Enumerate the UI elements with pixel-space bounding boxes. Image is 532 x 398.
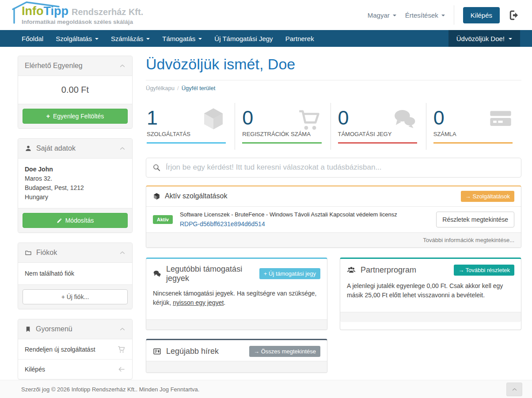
affiliate-panel: Partnerprogram → További részletek A jel… (340, 258, 521, 330)
service-license-link[interactable]: RDPG-d56bff6231e894d6d514 (180, 220, 265, 227)
stat-tile-tickets[interactable]: 0 TÁMOGATÁSI JEGY (331, 103, 426, 150)
chevron-up-icon (512, 387, 517, 392)
breadcrumb-separator: / (177, 85, 179, 91)
quickmenu-panel-header[interactable]: Gyorsmenü (18, 319, 132, 339)
chat-icon (392, 106, 417, 131)
content-area: Elérhető Egyenleg 0.00 Ft +Egyenleg Felt… (0, 47, 532, 389)
balance-panel-footer: +Egyenleg Feltöltés (18, 104, 132, 128)
breadcrumb-home[interactable]: Ügyfélkapu (146, 85, 175, 91)
header-divider (454, 5, 454, 25)
navbar-spacer (320, 30, 448, 47)
address-line: Hungary (25, 193, 125, 202)
page-footer: Szerzői jog © 2026 Infotipp Rendszerház … (0, 380, 532, 398)
folder-icon (25, 249, 32, 256)
quickmenu-panel-title: Gyorsmenü (36, 325, 72, 333)
logo-company: Rendszerház Kft. (72, 7, 143, 17)
affiliate-title: Partnerprogram (361, 265, 416, 275)
chevron-up-icon[interactable] (119, 326, 125, 332)
profile-panel-title: Saját adatok (36, 144, 76, 152)
company-logo[interactable]: InfoTippRendszerház Kft. Informatikai me… (15, 5, 143, 25)
credit-card-icon (489, 106, 513, 130)
accounts-panel: Fiókok Nem található fiók + Új fiók... (18, 243, 133, 309)
quickmenu-panel: Gyorsmenü Rendeljen új szolgáltatást Kil… (18, 319, 133, 379)
service-description: Software Licenszek - BruteFence - Window… (180, 211, 429, 218)
view-details-button[interactable]: Részletek megtekintése (436, 212, 514, 227)
quickmenu-item-logout[interactable]: Kilépés (18, 359, 132, 379)
chevron-up-icon[interactable] (119, 145, 125, 152)
main-column: Üdvözöljük ismét, Doe Ügyfélkapu/Ügyfél … (146, 56, 521, 389)
scroll-to-top-button[interactable] (506, 383, 522, 396)
accounts-panel-header[interactable]: Fiókok (18, 243, 132, 263)
address-line: Maros 32. (25, 174, 125, 183)
balance-amount: 0.00 Ft (18, 76, 132, 104)
profile-panel-header[interactable]: Saját adatok (18, 139, 132, 159)
logout-exit-icon[interactable] (509, 9, 521, 21)
stat-underline (433, 142, 513, 144)
new-account-button[interactable]: + Új fiók... (23, 289, 128, 304)
stat-tile-invoices[interactable]: 0 SZÁMLA (426, 103, 521, 150)
recent-tickets-text: Nincsenek támogatási jegyek. Ha segítség… (146, 287, 327, 319)
nav-item-szamlazas[interactable]: Számlázás (105, 30, 156, 47)
profile-panel-footer: Módosítás (18, 208, 132, 232)
active-services-header: Aktív szolgáltatások → Szolgáltatások (146, 186, 521, 206)
news-panel: Legújabb hírek → Összes megtekintése (146, 339, 327, 373)
service-row: Aktív Software Licenszek - BruteFence - … (146, 206, 521, 232)
chevron-down-icon (146, 38, 150, 40)
nav-item-szolgaltatas[interactable]: Szolgáltatás (49, 30, 105, 47)
chevron-up-icon[interactable] (119, 63, 125, 69)
balance-panel-title: Elérhető Egyenleg (25, 62, 83, 70)
user-icon (25, 145, 32, 152)
profile-panel: Saját adatok Doe John Maros 32. Budapest… (18, 138, 133, 233)
box-icon (201, 106, 226, 131)
view-all-news-button[interactable]: → Összes megtekintése (249, 346, 320, 357)
service-info: Software Licenszek - BruteFence - Window… (180, 211, 429, 228)
newspaper-icon (153, 347, 161, 356)
nav-item-uj-tamogatasi-jegy[interactable]: Új Támogatási Jegy (208, 30, 279, 47)
user-menu-dropdown[interactable]: Üdvözöljük Doe! (448, 30, 520, 47)
nav-item-partnerek[interactable]: Partnerek (279, 30, 320, 47)
edit-profile-button[interactable]: Módosítás (23, 213, 128, 228)
accounts-panel-footer: + Új fiók... (18, 284, 132, 309)
user-menu-label: Üdvözöljük Doe! (456, 35, 505, 42)
balance-panel-header[interactable]: Elérhető Egyenleg (18, 56, 132, 76)
new-ticket-button[interactable]: + Új támogatási jegy (259, 268, 320, 279)
pencil-icon (57, 218, 62, 224)
recent-tickets-title: Legutóbbi támogatási jegyek (166, 265, 255, 283)
language-dropdown[interactable]: Magyar (368, 11, 396, 19)
affiliate-details-button[interactable]: → További részletek (454, 265, 514, 276)
recent-tickets-panel: Legutóbbi támogatási jegyek + Új támogat… (146, 258, 327, 330)
search-input[interactable] (146, 158, 521, 178)
client-name: Doe John (25, 165, 125, 174)
breadcrumb: Ügyfélkapu/Ügyfél terület (146, 85, 521, 91)
nav-item-fooldal[interactable]: Főoldal (15, 30, 49, 47)
breadcrumb-current: Ügyfél terület (182, 85, 216, 91)
more-info-link[interactable]: További információk megtekintése... (146, 232, 521, 247)
notifications-label: Értesítések (405, 11, 438, 19)
add-funds-button[interactable]: +Egyenleg Feltöltés (23, 109, 128, 124)
language-label: Magyar (368, 11, 390, 19)
stat-tile-services[interactable]: 1 SZOLGÁLTATÁS (146, 103, 235, 150)
stat-underline (242, 142, 321, 144)
chevron-up-icon[interactable] (119, 250, 125, 256)
panels-row: Legutóbbi támogatási jegyek + Új támogat… (146, 258, 521, 330)
nav-item-tamogatas[interactable]: Támogatás (156, 30, 208, 47)
cart-icon (296, 106, 322, 132)
top-bar: InfoTippRendszerház Kft. Informatikai me… (0, 0, 532, 30)
box-icon (153, 193, 160, 200)
stat-label: SZOLGÁLTATÁS (147, 131, 226, 137)
bookmark-icon (25, 326, 31, 333)
house-icon (12, 1, 64, 24)
notifications-dropdown[interactable]: Értesítések (405, 11, 445, 19)
knowledgebase-search (146, 158, 521, 178)
stat-underline (147, 142, 226, 144)
stats-row: 1 SZOLGÁLTATÁS 0 REGISZTRÁCIÓK SZÁMA 0 T… (146, 103, 521, 150)
search-icon (152, 163, 161, 172)
status-badge: Aktív (153, 215, 173, 224)
logout-button[interactable]: Kilépés (463, 7, 500, 23)
services-button[interactable]: → Szolgáltatások (461, 191, 514, 202)
stat-tile-registrations[interactable]: 0 REGISZTRÁCIÓK SZÁMA (235, 103, 330, 150)
open-ticket-link[interactable]: nyisson egy jegyet (173, 299, 224, 306)
arrow-left-icon (118, 365, 125, 373)
users-icon (347, 265, 356, 274)
quickmenu-item-order-service[interactable]: Rendeljen új szolgáltatást (18, 339, 132, 359)
